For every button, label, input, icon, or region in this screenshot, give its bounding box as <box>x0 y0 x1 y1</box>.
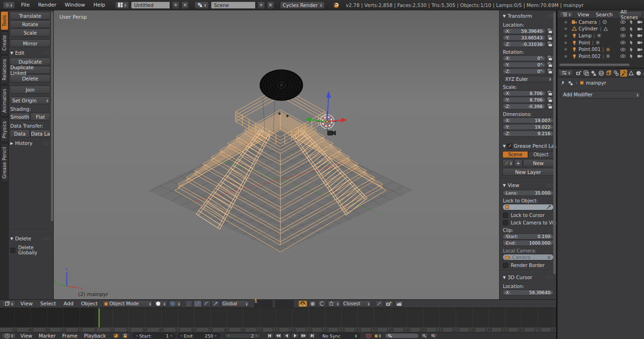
lock-camera-checkbox[interactable] <box>503 220 508 225</box>
panel-drag-dots[interactable]: :::: <box>43 51 50 55</box>
selectability-pointer-icon[interactable] <box>629 27 634 31</box>
dimensions-z-field[interactable]: ◂Z:9.216▸ <box>502 130 554 137</box>
rotation-x-lock-button[interactable] <box>547 55 554 61</box>
layers-group-2[interactable] <box>275 300 293 307</box>
timeline-menu-marker[interactable]: Marker <box>36 333 59 339</box>
screen-layout-name-field[interactable]: Untitled <box>131 1 170 9</box>
transform-panel-header[interactable]: ▼Transform:::: <box>502 12 554 20</box>
clear-camera-icon[interactable]: × <box>547 255 551 260</box>
interaction-mode-select[interactable]: Object Mode▲▼ <box>102 300 153 307</box>
tool-rotate-button[interactable]: Rotate <box>10 20 50 28</box>
increment-arrow-icon[interactable]: ▸ <box>550 125 552 129</box>
add-screen-layout-button[interactable]: + <box>172 1 179 9</box>
expand-icon[interactable]: ⊕ <box>564 54 570 58</box>
outliner-filter-select[interactable]: All Scenes <box>618 11 642 18</box>
insert-keyframe-button[interactable] <box>421 333 429 339</box>
timeline-menu-view[interactable]: View <box>17 333 36 339</box>
shelf-tab-tools[interactable]: Tools <box>0 11 8 30</box>
lens-field[interactable]: ◂Lens:35.000▸ <box>502 190 554 196</box>
prev-keyframe-button[interactable] <box>274 333 282 339</box>
panel-drag-dots[interactable]: :::: <box>43 141 50 145</box>
properties-tab-material[interactable] <box>635 70 642 77</box>
dimensions-y-field[interactable]: ◂Y:19.022▸ <box>502 124 554 130</box>
layer-cell[interactable] <box>254 300 258 303</box>
clip-start-field[interactable]: ◂Start:0.100▸ <box>502 233 554 239</box>
view3d-menu-select[interactable]: Select <box>36 301 60 307</box>
layer-cell[interactable] <box>286 300 290 303</box>
increment-arrow-icon[interactable]: ▸ <box>542 70 544 73</box>
renderability-camera-icon[interactable] <box>637 54 643 58</box>
increment-arrow-icon[interactable]: ▸ <box>550 132 552 136</box>
outliner-row-camera[interactable]: ⊕Camera| <box>558 19 644 26</box>
menu-file[interactable]: File <box>17 2 34 8</box>
clip-end-field[interactable]: ◂End:1000.000▸ <box>502 240 554 246</box>
gp-object-tab[interactable]: Object <box>528 151 554 158</box>
new-layer-button[interactable]: New Layer <box>502 168 554 176</box>
location-y-lock-button[interactable] <box>547 35 554 41</box>
rotation-z-lock-button[interactable] <box>547 68 554 74</box>
gp-scene-tab[interactable]: Scene <box>502 151 528 158</box>
3d-cursor-panel-header[interactable]: ▼3D Cursor:::: <box>502 272 554 281</box>
layer-cell[interactable] <box>279 304 282 307</box>
location-z-field[interactable]: ◂Z:-0.31038▸ <box>502 41 546 47</box>
layer-cell[interactable] <box>290 300 293 303</box>
manipulator-rotate-button[interactable] <box>202 300 211 307</box>
jump-to-end-button[interactable] <box>308 333 316 339</box>
scale-y-field[interactable]: ◂Y:8.706▸ <box>502 97 546 103</box>
layers-group-1[interactable] <box>254 300 272 307</box>
grease-pencil-checkbox[interactable] <box>507 144 512 149</box>
render-border-checkbox[interactable] <box>503 263 508 268</box>
outliner-row-point.002[interactable]: ⊕Point.002| <box>558 53 644 60</box>
scene-name-field[interactable]: Scene <box>211 1 256 9</box>
delete-globally-checkbox[interactable] <box>10 248 15 253</box>
visibility-eye-icon[interactable] <box>620 27 626 31</box>
layer-cell[interactable] <box>269 300 272 303</box>
next-keyframe-button[interactable] <box>300 333 308 339</box>
visibility-eye-icon[interactable] <box>620 47 626 52</box>
delete-screen-layout-button[interactable]: × <box>181 1 189 9</box>
jump-to-start-button[interactable] <box>266 333 274 339</box>
selectability-pointer-icon[interactable] <box>629 33 634 38</box>
view3d-menu-object[interactable]: Object <box>77 301 101 307</box>
n-panel-scrollbar[interactable] <box>553 12 556 274</box>
expand-icon[interactable]: ⊕ <box>564 34 570 38</box>
layer-cell[interactable] <box>262 300 265 303</box>
increment-arrow-icon[interactable]: ▸ <box>542 105 544 108</box>
properties-tab-render[interactable] <box>575 70 582 77</box>
edit-panel-header[interactable]: ▼Edit:::: <box>10 48 50 57</box>
increment-arrow-icon[interactable]: ▸ <box>550 119 552 123</box>
delete-scene-button[interactable]: × <box>267 1 274 9</box>
view-panel-header[interactable]: ▼View:::: <box>502 180 554 189</box>
data-transfer-data-button[interactable]: Data <box>10 130 30 137</box>
outliner-menu-search[interactable]: Search <box>593 12 616 17</box>
timeline-menu-playback[interactable]: Playback <box>81 333 109 339</box>
visibility-eye-icon[interactable] <box>620 54 626 58</box>
editor-type-info-button[interactable]: ▲▼ <box>3 1 15 9</box>
snap-target-button[interactable] <box>308 300 317 307</box>
layer-cell[interactable] <box>290 304 293 307</box>
grease-pencil-panel-header[interactable]: ▼Grease Pencil Layers <box>502 141 554 150</box>
render-engine-select[interactable]: Cycles Render▲▼ <box>280 1 325 9</box>
properties-tab-data[interactable] <box>628 70 635 77</box>
increment-arrow-icon[interactable]: ▸ <box>542 36 544 40</box>
timeline-menu-frame[interactable]: Frame <box>59 333 81 339</box>
shelf-tab-relations[interactable]: Relations <box>0 55 8 84</box>
renderability-camera-icon[interactable] <box>637 33 643 38</box>
tool-translate-button[interactable]: Translate <box>10 12 50 20</box>
renderability-camera-icon[interactable] <box>637 40 643 45</box>
editor-type-3dview-button[interactable]: ▲▼ <box>2 300 16 307</box>
layer-cell[interactable] <box>283 300 286 303</box>
data-transfer-layout-button[interactable]: Data La <box>30 130 50 137</box>
eyedropper-icon[interactable] <box>546 205 551 209</box>
rotation-z-field[interactable]: ◂Z:0°▸ <box>502 68 546 74</box>
panel-drag-dots[interactable]: :::: <box>43 237 50 241</box>
location-x-field[interactable]: ◂X:59.39640▸ <box>502 28 546 34</box>
gp-add-button[interactable]: + <box>514 159 522 167</box>
properties-tab-object[interactable] <box>605 70 612 77</box>
manipulator-toggle-button[interactable] <box>185 300 193 307</box>
layer-cell[interactable] <box>258 300 261 303</box>
layer-cell[interactable] <box>269 304 272 307</box>
snap-element-select[interactable]: Closest▲▼ <box>342 300 372 307</box>
location-y-field[interactable]: ◂Y:33.66543▸ <box>502 35 546 41</box>
3d-viewport[interactable]: zxy User Persp (2) mainpyr <box>54 10 499 299</box>
